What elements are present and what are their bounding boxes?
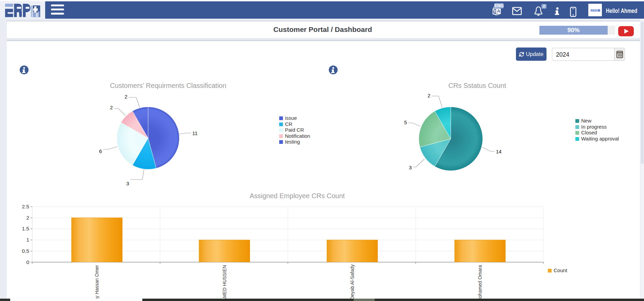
svg-text:2: 2 (428, 93, 430, 98)
svg-text:2: 2 (125, 94, 127, 99)
svg-text:6: 6 (99, 148, 102, 154)
svg-text:Mohamed Omara: Mohamed Omara (477, 265, 483, 299)
svg-text:3: 3 (409, 165, 412, 170)
svg-text:5: 5 (404, 119, 407, 125)
svg-text:11: 11 (192, 130, 198, 136)
svg-text:2: 2 (110, 105, 113, 110)
svg-text:MOHAMED HUSSIEN: MOHAMED HUSSIEN (222, 265, 227, 299)
svg-text:3: 3 (126, 181, 129, 186)
svg-text:CLOUSOFT: CLOUSOFT (590, 10, 598, 11)
svg-text:Samy Hassan Omer: Samy Hassan Omer (94, 265, 100, 299)
svg-text:1: 1 (26, 237, 29, 243)
svg-text:14: 14 (496, 149, 502, 154)
svg-text:2: 2 (26, 215, 29, 221)
svg-text:2.5: 2.5 (22, 204, 29, 209)
svg-text:A: A (497, 8, 500, 14)
svg-text:1.5: 1.5 (22, 226, 29, 231)
svg-text:ENG: ENG (494, 3, 503, 8)
svg-text:2: 2 (543, 4, 545, 8)
svg-text:0.5: 0.5 (22, 248, 29, 254)
svg-text:Ahmed Deyab Al-Safady: Ahmed Deyab Al-Safady (350, 264, 355, 299)
svg-text:0: 0 (26, 259, 29, 265)
